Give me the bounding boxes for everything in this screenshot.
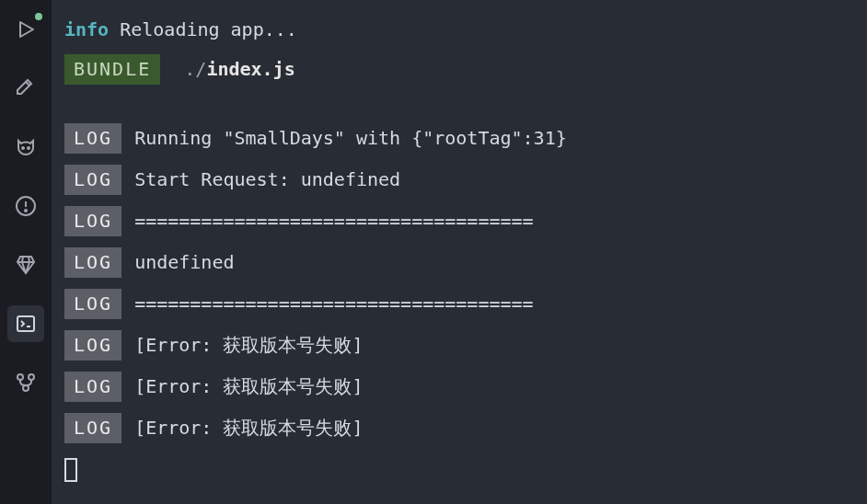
log-badge: LOG [64, 165, 121, 195]
log-line: LOG [Error: 获取版本号失败] [64, 330, 854, 361]
log-text: [Error: 获取版本号失败] [134, 332, 363, 359]
log-text: Start Request: undefined [134, 166, 400, 193]
log-badge: LOG [64, 413, 121, 443]
log-badge: LOG [64, 289, 121, 319]
log-badge: LOG [64, 206, 121, 236]
log-badge: LOG [64, 330, 121, 361]
svg-point-1 [22, 147, 24, 149]
log-line: LOG Start Request: undefined [64, 165, 854, 195]
svg-rect-6 [17, 316, 34, 331]
bundle-badge: BUNDLE [64, 54, 160, 85]
bundle-line: BUNDLE ./index.js [64, 54, 854, 85]
log-text: ==================================== [134, 208, 533, 235]
diamond-icon[interactable] [7, 246, 44, 283]
log-badge: LOG [64, 247, 121, 278]
play-icon[interactable] [7, 11, 44, 48]
log-text: ==================================== [134, 291, 533, 317]
info-text: Reloading app... [120, 17, 297, 43]
alert-icon[interactable] [7, 188, 44, 224]
log-badge: LOG [64, 372, 121, 402]
svg-point-2 [28, 147, 29, 149]
svg-marker-0 [20, 22, 33, 37]
log-text: undefined [134, 249, 234, 276]
terminal-panel[interactable]: info Reloading app... BUNDLE ./index.js … [52, 0, 867, 504]
status-dot [35, 13, 42, 20]
branch-icon[interactable] [7, 364, 44, 401]
terminal-icon[interactable] [7, 305, 44, 342]
info-line: info Reloading app... [64, 17, 854, 43]
log-badge: LOG [64, 123, 121, 154]
svg-point-8 [17, 374, 23, 380]
log-text: [Error: 获取版本号失败] [134, 415, 363, 441]
log-line: LOG Running "SmallDays" with {"rootTag":… [64, 123, 854, 154]
log-text: [Error: 获取版本号失败] [134, 373, 363, 400]
svg-point-5 [25, 210, 27, 212]
log-line: LOG ==================================== [64, 206, 854, 236]
cursor [64, 454, 854, 489]
log-line: LOG [Error: 获取版本号失败] [64, 372, 854, 402]
cat-icon[interactable] [7, 129, 44, 166]
log-line: LOG undefined [64, 247, 854, 278]
log-line: LOG [Error: 获取版本号失败] [64, 413, 854, 443]
log-line: LOG ==================================== [64, 289, 854, 319]
bundle-path: ./index.js [173, 56, 295, 83]
log-text: Running "SmallDays" with {"rootTag":31} [134, 125, 567, 152]
hammer-icon[interactable] [7, 70, 44, 107]
info-label: info [64, 17, 109, 43]
sidebar [0, 0, 52, 504]
svg-point-9 [29, 374, 34, 380]
